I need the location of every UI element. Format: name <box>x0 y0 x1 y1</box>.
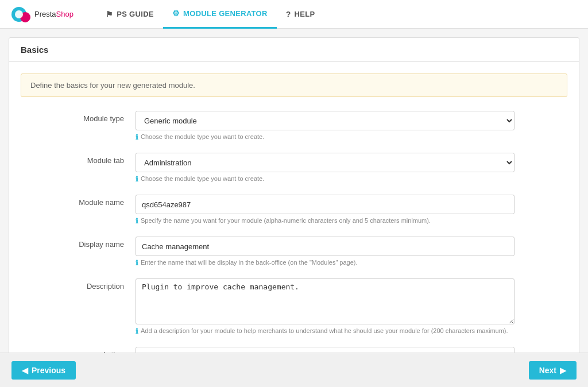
previous-label: Previous <box>32 366 65 375</box>
logo-presta: Presta <box>34 10 56 18</box>
module-tab-help: ℹ Choose the module type you want to cre… <box>136 175 514 183</box>
logo-icon <box>11 5 31 24</box>
previous-button[interactable]: ◀ Previous <box>11 361 76 380</box>
svg-point-2 <box>15 10 23 18</box>
main-nav: ⚑ PS GUIDE ⚙ MODULE GENERATOR ? HELP <box>96 0 324 29</box>
description-textarea[interactable]: Plugin to improve cache management. <box>136 278 514 324</box>
description-help: ℹ Add a description for your module to h… <box>136 327 514 335</box>
module-tab-select[interactable]: Administration Front Office Analytics <box>136 153 514 172</box>
basics-body: Define the basics for your new generated… <box>9 62 579 387</box>
description-help-text: Add a description for your module to hel… <box>141 327 508 334</box>
nav-ps-guide-label: PS GUIDE <box>117 10 154 18</box>
module-name-help-text: Specify the name you want for your modul… <box>141 217 431 224</box>
module-tab-label: Module tab <box>21 153 136 165</box>
module-generator-icon: ⚙ <box>172 9 180 18</box>
description-wrap: Plugin to improve cache management. ℹ Ad… <box>136 278 514 335</box>
module-name-label: Module name <box>21 195 136 207</box>
nav-module-generator-label: MODULE GENERATOR <box>183 9 268 18</box>
module-tab-row: Module tab Administration Front Office A… <box>21 153 567 183</box>
display-name-input[interactable] <box>136 237 514 256</box>
module-name-input[interactable] <box>136 195 514 214</box>
info-banner-text: Define the basics for your new generated… <box>30 81 195 90</box>
basics-title: Basics <box>21 45 48 55</box>
logo: PrestaShop <box>11 5 74 24</box>
description-label: Description <box>21 278 136 291</box>
main-content: Basics Define the basics for your new ge… <box>0 37 588 387</box>
footer-bar: ◀ Previous Next ▶ <box>0 353 588 387</box>
module-type-help-text: Choose the module type you want to creat… <box>141 133 264 140</box>
next-button[interactable]: Next ▶ <box>529 361 577 380</box>
module-tab-help-text: Choose the module type you want to creat… <box>141 175 264 182</box>
previous-arrow-icon: ◀ <box>22 366 28 375</box>
module-type-label: Module type <box>21 111 136 123</box>
module-type-row: Module type Generic module Payment modul… <box>21 111 567 141</box>
nav-ps-guide[interactable]: ⚑ PS GUIDE <box>96 0 163 29</box>
next-label: Next <box>539 366 556 375</box>
module-name-wrap: ℹ Specify the name you want for your mod… <box>136 195 514 225</box>
module-tab-wrap: Administration Front Office Analytics ℹ … <box>136 153 514 183</box>
module-name-help-icon: ℹ <box>136 217 138 225</box>
description-help-icon: ℹ <box>136 327 138 335</box>
header: PrestaShop ⚑ PS GUIDE ⚙ MODULE GENERATOR… <box>0 0 588 29</box>
nav-help[interactable]: ? HELP <box>277 0 324 29</box>
ps-guide-icon: ⚑ <box>106 10 113 19</box>
info-banner: Define the basics for your new generated… <box>21 73 567 97</box>
display-name-row: Display name ℹ Enter the name that will … <box>21 237 567 267</box>
display-name-label: Display name <box>21 237 136 249</box>
help-icon: ? <box>286 10 291 19</box>
module-name-help: ℹ Specify the name you want for your mod… <box>136 217 514 225</box>
logo-shop: Shop <box>56 10 74 18</box>
next-arrow-icon: ▶ <box>560 366 566 375</box>
module-type-help-icon: ℹ <box>136 133 138 141</box>
nav-module-generator[interactable]: ⚙ MODULE GENERATOR <box>163 0 277 29</box>
module-name-row: Module name ℹ Specify the name you want … <box>21 195 567 225</box>
display-name-help-icon: ℹ <box>136 259 138 267</box>
display-name-help-text: Enter the name that will be display in t… <box>141 259 358 266</box>
basics-header: Basics <box>9 38 579 62</box>
description-row: Description Plugin to improve cache mana… <box>21 278 567 335</box>
basics-section: Basics Define the basics for your new ge… <box>9 37 579 387</box>
nav-help-label: HELP <box>295 10 315 18</box>
display-name-help: ℹ Enter the name that will be display in… <box>136 259 514 267</box>
module-tab-help-icon: ℹ <box>136 175 138 183</box>
display-name-wrap: ℹ Enter the name that will be display in… <box>136 237 514 267</box>
module-type-wrap: Generic module Payment module Shipping m… <box>136 111 514 141</box>
logo-text: PrestaShop <box>34 10 74 18</box>
module-type-select[interactable]: Generic module Payment module Shipping m… <box>136 111 514 130</box>
module-type-help: ℹ Choose the module type you want to cre… <box>136 133 514 141</box>
